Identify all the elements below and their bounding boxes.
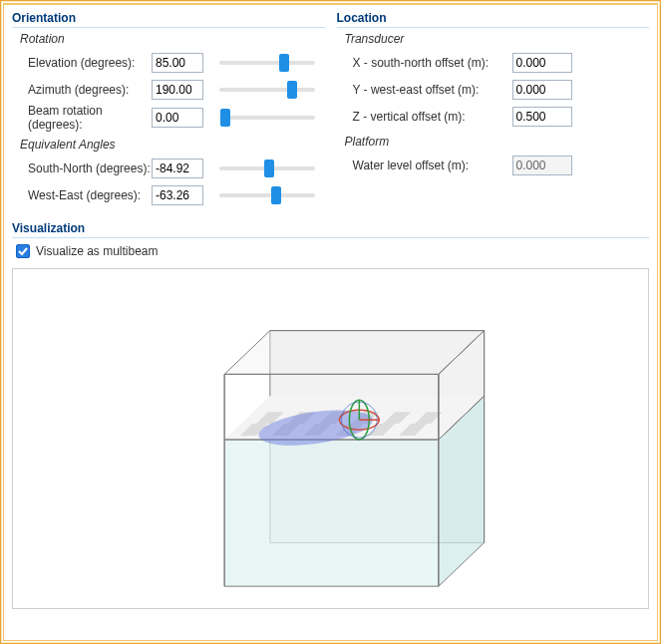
water-offset-input <box>512 156 572 175</box>
equivalent-label: Equivalent Angles <box>20 138 325 152</box>
y-offset-label: Y - west-east offset (m): <box>353 83 512 97</box>
azimuth-slider[interactable] <box>219 80 315 100</box>
west-east-slider[interactable] <box>219 185 315 205</box>
elevation-input[interactable] <box>152 53 203 73</box>
visualization-header: Visualization <box>12 219 649 238</box>
beam-slider[interactable] <box>219 108 315 128</box>
azimuth-input[interactable] <box>152 80 203 100</box>
south-north-slider[interactable] <box>219 159 315 178</box>
y-offset-input[interactable] <box>512 80 572 100</box>
west-east-input[interactable] <box>152 185 203 205</box>
x-offset-input[interactable] <box>512 53 572 73</box>
elevation-slider[interactable] <box>219 53 315 73</box>
visualize-multibeam-row: Visualize as multibeam <box>12 242 649 266</box>
water-offset-label: Water level offset (m): <box>353 159 512 172</box>
elevation-label: Elevation (degrees): <box>28 56 152 70</box>
location-header: Location <box>337 9 650 28</box>
cube-3d-icon <box>13 269 648 608</box>
x-offset-label: X - south-north offset (m): <box>353 56 512 70</box>
transducer-label: Transducer <box>345 32 650 46</box>
x-offset-row: X - south-north offset (m): <box>345 50 650 75</box>
y-offset-row: Y - west-east offset (m): <box>345 77 650 102</box>
visualization-viewport[interactable] <box>12 268 649 609</box>
rotation-label: Rotation <box>20 32 325 46</box>
water-offset-row: Water level offset (m): <box>345 153 650 177</box>
transducer-group: Transducer X - south-north offset (m): Y… <box>345 32 650 129</box>
z-offset-label: Z - vertical offset (m): <box>353 110 512 124</box>
orientation-column: Orientation Rotation Elevation (degrees)… <box>12 9 325 213</box>
visualize-multibeam-label: Visualize as multibeam <box>36 244 159 258</box>
z-offset-row: Z - vertical offset (m): <box>345 104 650 129</box>
window-frame: Orientation Rotation Elevation (degrees)… <box>0 0 661 644</box>
azimuth-row: Azimuth (degrees): <box>20 77 325 102</box>
beam-input[interactable] <box>152 108 203 128</box>
platform-group: Platform Water level offset (m): <box>345 135 650 177</box>
svg-marker-15 <box>224 440 439 586</box>
west-east-label: West-East (degrees): <box>28 188 152 202</box>
check-icon <box>18 246 28 256</box>
rotation-group: Rotation Elevation (degrees): Azimuth <box>20 32 325 132</box>
equivalent-group: Equivalent Angles South-North (degrees): <box>20 138 325 207</box>
south-north-row: South-North (degrees): <box>20 156 325 180</box>
platform-label: Platform <box>345 135 650 149</box>
south-north-label: South-North (degrees): <box>28 161 152 175</box>
window-inner: Orientation Rotation Elevation (degrees)… <box>3 3 658 641</box>
columns: Orientation Rotation Elevation (degrees)… <box>12 9 649 213</box>
location-column: Location Transducer X - south-north offs… <box>337 9 650 213</box>
orientation-header: Orientation <box>12 9 325 28</box>
elevation-row: Elevation (degrees): <box>20 50 325 75</box>
beam-row: Beam rotation (degrees): <box>20 104 325 132</box>
west-east-row: West-East (degrees): <box>20 182 325 207</box>
z-offset-input[interactable] <box>512 107 572 127</box>
azimuth-label: Azimuth (degrees): <box>28 83 152 97</box>
beam-label: Beam rotation (degrees): <box>28 104 152 132</box>
visualize-multibeam-checkbox[interactable] <box>16 244 30 258</box>
south-north-input[interactable] <box>152 159 203 178</box>
